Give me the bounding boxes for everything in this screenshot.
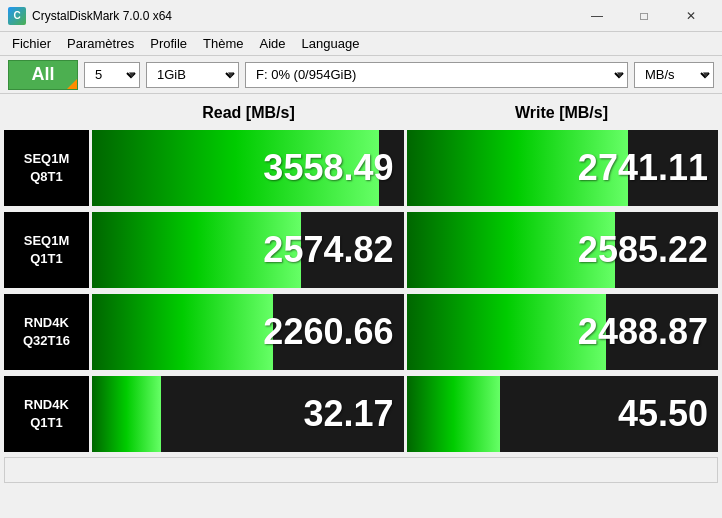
read-value-3: 32.17 xyxy=(303,393,403,435)
row-label-line2: Q32T16 xyxy=(23,332,70,350)
headers-row: Read [MB/s] Write [MB/s] xyxy=(4,98,718,128)
row-label-rnd4k-q32t16: RND4K Q32T16 xyxy=(4,294,89,370)
app-icon: C xyxy=(8,7,26,25)
count-select-wrapper: 1234 56789 xyxy=(84,62,140,88)
row-label-seq1m-q1t1: SEQ1M Q1T1 xyxy=(4,212,89,288)
title-bar: C CrystalDiskMark 7.0.0 x64 — □ ✕ xyxy=(0,0,722,32)
menu-parametres[interactable]: Paramètres xyxy=(59,33,142,55)
read-bar-1: 2574.82 xyxy=(92,212,404,288)
read-bar-fill-3 xyxy=(92,376,161,452)
write-header: Write [MB/s] xyxy=(405,104,718,122)
menu-aide[interactable]: Aide xyxy=(252,33,294,55)
main-content: Read [MB/s] Write [MB/s] SEQ1M Q8T1 3558… xyxy=(0,94,722,487)
menu-profile[interactable]: Profile xyxy=(142,33,195,55)
row-label-line1: SEQ1M xyxy=(24,150,70,168)
row-label-seq1m-q8t1: SEQ1M Q8T1 xyxy=(4,130,89,206)
write-value-3: 45.50 xyxy=(618,393,718,435)
row-label-line2: Q8T1 xyxy=(30,168,63,186)
read-bar-0: 3558.49 xyxy=(92,130,404,206)
menu-fichier[interactable]: Fichier xyxy=(4,33,59,55)
row-label-line1: SEQ1M xyxy=(24,232,70,250)
title-bar-text: CrystalDiskMark 7.0.0 x64 xyxy=(32,9,574,23)
size-select[interactable]: 512MiB 1GiB 2GiB 4GiB 8GiB xyxy=(147,63,238,87)
menu-theme[interactable]: Thème xyxy=(195,33,251,55)
table-row: RND4K Q32T16 2260.66 2488.87 xyxy=(4,294,718,370)
size-select-wrapper: 512MiB 1GiB 2GiB 4GiB 8GiB xyxy=(146,62,239,88)
table-row: RND4K Q1T1 32.17 45.50 xyxy=(4,376,718,452)
write-bar-fill-2 xyxy=(407,294,606,370)
read-value-1: 2574.82 xyxy=(263,229,403,271)
unit-select[interactable]: MB/s GB/s IOPS μs xyxy=(635,63,713,87)
menu-bar: Fichier Paramètres Profile Thème Aide La… xyxy=(0,32,722,56)
read-header: Read [MB/s] xyxy=(92,104,405,122)
close-button[interactable]: ✕ xyxy=(668,0,714,32)
row-label-rnd4k-q1t1: RND4K Q1T1 xyxy=(4,376,89,452)
drive-select-wrapper: F: 0% (0/954GiB) xyxy=(245,62,628,88)
toolbar: All 1234 56789 512MiB 1GiB 2GiB 4GiB 8Gi… xyxy=(0,56,722,94)
data-rows-container: SEQ1M Q8T1 3558.49 2741.11 SEQ1M Q1T1 25… xyxy=(4,130,718,455)
read-bar-2: 2260.66 xyxy=(92,294,404,370)
read-bar-3: 32.17 xyxy=(92,376,404,452)
drive-select[interactable]: F: 0% (0/954GiB) xyxy=(246,63,627,87)
unit-select-wrapper: MB/s GB/s IOPS μs xyxy=(634,62,714,88)
read-value-2: 2260.66 xyxy=(263,311,403,353)
row-label-line2: Q1T1 xyxy=(30,250,63,268)
table-row: SEQ1M Q1T1 2574.82 2585.22 xyxy=(4,212,718,288)
row-label-line2: Q1T1 xyxy=(30,414,63,432)
maximize-button[interactable]: □ xyxy=(621,0,667,32)
write-bar-fill-3 xyxy=(407,376,500,452)
write-bar-0: 2741.11 xyxy=(407,130,719,206)
title-bar-controls: — □ ✕ xyxy=(574,0,714,32)
write-bar-1: 2585.22 xyxy=(407,212,719,288)
write-bar-3: 45.50 xyxy=(407,376,719,452)
menu-language[interactable]: Language xyxy=(294,33,368,55)
count-select[interactable]: 1234 56789 xyxy=(85,63,139,87)
all-button[interactable]: All xyxy=(8,60,78,90)
bottom-row xyxy=(4,457,718,483)
write-value-2: 2488.87 xyxy=(578,311,718,353)
read-value-0: 3558.49 xyxy=(263,147,403,189)
read-bar-fill-2 xyxy=(92,294,273,370)
write-bar-2: 2488.87 xyxy=(407,294,719,370)
row-label-line1: RND4K xyxy=(24,396,69,414)
table-row: SEQ1M Q8T1 3558.49 2741.11 xyxy=(4,130,718,206)
minimize-button[interactable]: — xyxy=(574,0,620,32)
write-value-1: 2585.22 xyxy=(578,229,718,271)
write-value-0: 2741.11 xyxy=(578,147,718,189)
row-label-line1: RND4K xyxy=(24,314,69,332)
